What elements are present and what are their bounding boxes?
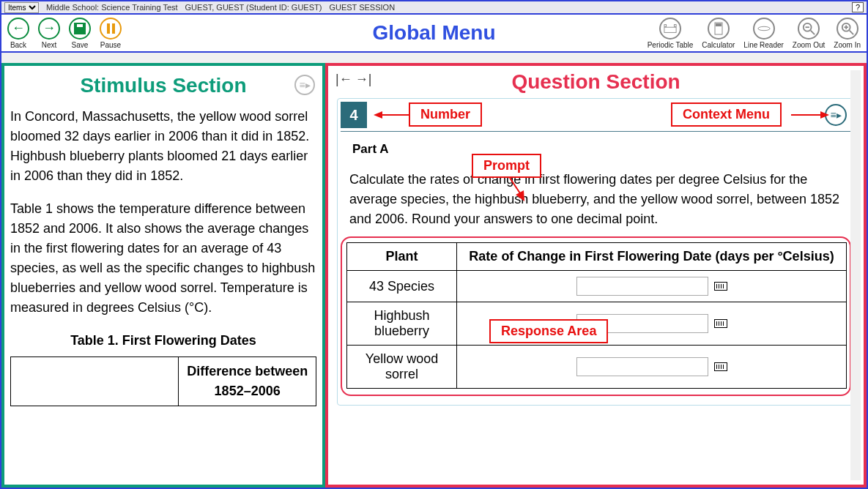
label-prompt: Prompt <box>472 154 541 178</box>
back-arrow-icon: ← <box>7 18 29 40</box>
session-label: GUEST SESSION <box>329 3 395 12</box>
question-part-label: Part A <box>352 142 842 157</box>
periodic-label: Periodic Table <box>648 41 694 49</box>
global-menu-toolbar: ← Back → Next Save Pause Global Menu Per… <box>0 13 868 53</box>
label-response-area: Response Area <box>489 319 608 343</box>
pause-button[interactable]: Pause <box>100 18 122 49</box>
resp-row2-label: Highbush blueberry <box>347 302 457 346</box>
arrow-context-menu <box>791 110 829 120</box>
question-section: |← →| Question Section 4 ≡▸ Part A Calcu… <box>325 63 867 488</box>
next-arrow-icon: → <box>38 18 60 40</box>
stimulus-context-menu-button[interactable]: ≡▸ <box>294 75 315 95</box>
response-table: Plant Rate of Change in First Flowering … <box>346 242 847 389</box>
student-id: GUEST, GUEST (Student ID: GUEST) <box>185 3 322 12</box>
zoomout-label: Zoom Out <box>793 41 825 49</box>
collapse-left-icon[interactable]: |← <box>335 72 352 87</box>
zoomin-label: Zoom In <box>834 41 861 49</box>
svg-point-5 <box>757 26 769 30</box>
question-card: 4 ≡▸ Part A Calculate the rates of chang… <box>337 98 855 406</box>
zoom-in-button[interactable]: Zoom In <box>834 18 861 49</box>
floppy-icon <box>69 18 91 40</box>
svg-rect-0 <box>664 24 667 26</box>
title-bar: Items Middle School: Science Training Te… <box>0 0 868 13</box>
calculator-icon <box>708 18 730 40</box>
zoom-out-button[interactable]: Zoom Out <box>793 18 825 49</box>
stimulus-table-title: Table 1. First Flowering Dates <box>10 331 316 351</box>
svg-line-7 <box>811 30 815 34</box>
zoom-in-icon <box>837 18 858 40</box>
pause-label: Pause <box>100 41 121 49</box>
stimulus-section-title: Stimulus Section <box>10 70 316 101</box>
stimulus-table-col2: Difference between 1852–2006 <box>179 357 316 406</box>
keyboard-icon[interactable] <box>714 362 727 371</box>
calculator-button[interactable]: Calculator <box>702 18 735 49</box>
help-button[interactable]: ? <box>852 2 864 12</box>
label-context-menu: Context Menu <box>671 102 782 127</box>
test-name: Middle School: Science Training Test <box>46 3 178 12</box>
question-section-title: Question Section <box>335 70 856 94</box>
resp-input-sorrel[interactable] <box>576 357 708 376</box>
next-button[interactable]: → Next <box>38 18 60 49</box>
response-area: Plant Rate of Change in First Flowering … <box>341 236 851 396</box>
zoom-out-icon <box>798 18 820 40</box>
items-dropdown[interactable]: Items <box>4 2 39 13</box>
question-scrollbar[interactable] <box>850 70 861 480</box>
periodic-table-button[interactable]: Periodic Table <box>648 18 694 49</box>
resp-row3-label: Yellow wood sorrel <box>347 346 457 389</box>
expand-right-icon[interactable]: →| <box>355 72 372 87</box>
svg-marker-16 <box>820 111 829 119</box>
question-number: 4 <box>341 102 367 128</box>
next-label: Next <box>42 41 57 49</box>
svg-rect-1 <box>674 24 676 26</box>
stimulus-paragraph-1: In Concord, Massachusetts, the yellow wo… <box>10 107 316 186</box>
svg-rect-4 <box>716 23 722 26</box>
linereader-label: Line Reader <box>743 41 783 49</box>
label-number: Number <box>409 102 482 127</box>
resp-col1-header: Plant <box>347 243 457 271</box>
global-menu-title: Global Menu <box>373 21 496 45</box>
back-label: Back <box>10 41 26 49</box>
svg-marker-14 <box>374 111 382 119</box>
keyboard-icon[interactable] <box>714 319 727 328</box>
back-button[interactable]: ← Back <box>7 18 29 49</box>
keyboard-icon[interactable] <box>714 282 727 291</box>
arrow-prompt <box>505 178 527 203</box>
stimulus-paragraph-2: Table 1 shows the temperature difference… <box>10 199 316 318</box>
stimulus-section: ≡▸ Stimulus Section In Concord, Massachu… <box>1 63 325 488</box>
save-button[interactable]: Save <box>69 18 91 49</box>
calculator-label: Calculator <box>702 41 735 49</box>
line-reader-icon <box>753 18 775 40</box>
stimulus-table: Difference between 1852–2006 <box>10 357 316 406</box>
resp-col2-header: Rate of Change in First Flowering Date (… <box>457 243 847 271</box>
pause-icon <box>100 18 122 40</box>
periodic-table-icon <box>659 18 681 40</box>
svg-rect-2 <box>664 27 676 32</box>
question-prompt: Calculate the rates of change in first f… <box>349 170 842 229</box>
line-reader-button[interactable]: Line Reader <box>743 18 783 49</box>
save-label: Save <box>72 41 89 49</box>
resp-input-43-species[interactable] <box>576 277 708 296</box>
resp-row1-label: 43 Species <box>347 271 457 302</box>
arrow-number <box>374 110 410 120</box>
svg-line-10 <box>849 30 853 34</box>
